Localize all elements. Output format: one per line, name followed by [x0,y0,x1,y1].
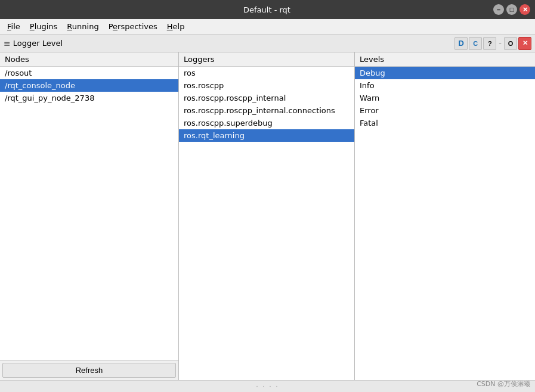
ctrl-separator: - [499,39,502,48]
logger-ros[interactable]: ros [179,67,354,79]
loggers-list: ros ros.roscpp ros.roscpp.roscpp_interna… [179,67,354,380]
levels-panel: Levels Debug Info Warn Error Fatal [355,52,535,380]
plugin-title-icon: ≡ [4,39,11,48]
menu-running[interactable]: Running [62,21,103,32]
menu-perspectives[interactable]: Perspectives [104,21,162,32]
plugin-ctrl-close[interactable]: ✕ [518,37,531,50]
levels-header: Levels [355,52,535,67]
nodes-footer: Refresh [0,360,178,380]
logger-ros-rqt-learning[interactable]: ros.rqt_learning [179,129,354,142]
nodes-panel: Nodes /rosout /rqt_console_node /rqt_gui… [0,52,179,380]
window-controls: – □ ✕ [493,4,530,15]
node-rqt-gui-py-node[interactable]: /rqt_gui_py_node_2738 [0,92,178,104]
plugin-title-label: Logger Level [13,39,63,48]
window-title: Default - rqt [41,5,493,14]
plugin-controls: D C ? - O ✕ [454,37,531,50]
levels-list: Debug Info Warn Error Fatal [355,67,535,380]
logger-ros-roscpp-internal[interactable]: ros.roscpp.roscpp_internal [179,92,354,104]
logger-ros-roscpp-internal-conn[interactable]: ros.roscpp.roscpp_internal.connections [179,104,354,117]
plugin-ctrl-d[interactable]: D [454,37,468,50]
bottom-bar: · · · · [0,380,535,392]
logger-ros-roscpp[interactable]: ros.roscpp [179,79,354,92]
minimize-button[interactable]: – [493,4,504,15]
logger-ros-roscpp-superdebug[interactable]: ros.roscpp.superdebug [179,117,354,129]
main-content: Nodes /rosout /rqt_console_node /rqt_gui… [0,52,535,392]
plugin-ctrl-help[interactable]: ? [483,37,496,50]
loggers-header: Loggers [179,52,354,67]
plugin-ctrl-c[interactable]: C [469,37,482,50]
plugin-title-area: ≡ Logger Level [4,39,63,48]
panels: Nodes /rosout /rqt_console_node /rqt_gui… [0,52,535,380]
menu-plugins[interactable]: Plugins [25,21,63,32]
level-error[interactable]: Error [355,104,535,117]
title-bar: Default - rqt – □ ✕ [0,0,535,19]
level-debug[interactable]: Debug [355,67,535,79]
bottom-bar-dots: · · · · [256,382,279,390]
refresh-button[interactable]: Refresh [2,363,176,378]
plugin-header: ≡ Logger Level D C ? - O ✕ [0,35,535,52]
plugin-ctrl-o[interactable]: O [504,37,517,50]
level-fatal[interactable]: Fatal [355,117,535,129]
nodes-list: /rosout /rqt_console_node /rqt_gui_py_no… [0,67,178,360]
node-rosout[interactable]: /rosout [0,67,178,79]
menu-help[interactable]: Help [162,21,190,32]
nodes-header: Nodes [0,52,178,67]
loggers-panel: Loggers ros ros.roscpp ros.roscpp.roscpp… [179,52,355,380]
maximize-button[interactable]: □ [506,4,517,15]
watermark: CSDN @万俟淋曦 [477,379,530,388]
level-warn[interactable]: Warn [355,92,535,104]
menu-bar: File Plugins Running Perspectives Help [0,19,535,35]
node-rqt-console-node[interactable]: /rqt_console_node [0,79,178,92]
menu-file[interactable]: File [2,21,25,32]
level-info[interactable]: Info [355,79,535,92]
close-button[interactable]: ✕ [519,4,530,15]
